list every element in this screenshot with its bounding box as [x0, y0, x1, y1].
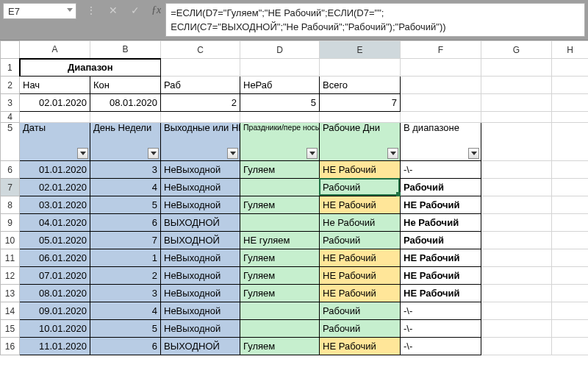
cell-C15[interactable]: НеВыходной — [161, 320, 240, 338]
row-header[interactable]: 2 — [1, 77, 20, 94]
col-header-B[interactable]: B — [90, 41, 161, 59]
cell-C2[interactable]: Раб — [161, 77, 240, 94]
cell-G1[interactable] — [481, 59, 552, 77]
chevron-down-icon[interactable] — [67, 8, 73, 12]
row-header[interactable]: 9 — [1, 214, 20, 232]
cell-E2[interactable]: Всего — [320, 77, 401, 94]
cell-B12[interactable]: 2 — [90, 267, 161, 285]
cell-D10[interactable]: НЕ гуляем — [240, 232, 320, 249]
cell-H11[interactable] — [552, 249, 589, 267]
cell-A13[interactable]: 08.01.2020 — [20, 285, 90, 302]
cell-B3[interactable]: 08.01.2020 — [90, 94, 161, 112]
cell-F11[interactable]: НЕ Рабочий — [401, 249, 481, 267]
cell-E15[interactable]: Рабочий — [320, 320, 401, 338]
cell-H16[interactable] — [552, 338, 589, 355]
cell-G16[interactable] — [481, 338, 552, 355]
cell-A8[interactable]: 03.01.2020 — [20, 196, 90, 214]
cell-C3[interactable]: 2 — [161, 94, 240, 112]
cell-F9[interactable]: Не Рабочий — [401, 214, 481, 232]
cell-A7[interactable]: 02.01.2020 — [20, 179, 90, 196]
cell-D11[interactable]: Гуляем — [240, 249, 320, 267]
cell-C13[interactable]: НеВыходной — [161, 285, 240, 302]
cell-A2[interactable]: Нач — [20, 77, 90, 94]
select-all-corner[interactable] — [1, 41, 20, 59]
cell-C4[interactable] — [161, 112, 240, 123]
cell-A1[interactable]: Диапазон — [20, 59, 161, 77]
formula-input[interactable]: =ЕСЛИ(D7="Гуляем";"НЕ Рабочий";ЕСЛИ(D7="… — [165, 3, 585, 37]
cell-B10[interactable]: 7 — [90, 232, 161, 249]
cell-A6[interactable]: 01.01.2020 — [20, 161, 90, 179]
cell-G3[interactable] — [481, 94, 552, 112]
cell-B5[interactable]: День Недели — [90, 123, 161, 161]
filter-icon[interactable] — [77, 148, 88, 159]
col-header-D[interactable]: D — [240, 41, 320, 59]
cell-F6[interactable]: -\- — [401, 161, 481, 179]
cell-A14[interactable]: 09.01.2020 — [20, 302, 90, 320]
cell-D15[interactable] — [240, 320, 320, 338]
cell-G15[interactable] — [481, 320, 552, 338]
filter-icon[interactable] — [387, 148, 398, 159]
accept-icon[interactable]: ✓ — [128, 3, 143, 18]
cell-B2[interactable]: Кон — [90, 77, 161, 94]
cell-C6[interactable]: НеВыходной — [161, 161, 240, 179]
cell-F13[interactable]: НЕ Рабочий — [401, 285, 481, 302]
cell-H8[interactable] — [552, 196, 589, 214]
filter-icon[interactable] — [306, 148, 318, 159]
cell-F4[interactable] — [401, 112, 481, 123]
cell-G12[interactable] — [481, 267, 552, 285]
cell-F7[interactable]: Рабочий — [401, 179, 481, 196]
cell-A9[interactable]: 04.01.2020 — [20, 214, 90, 232]
cell-F10[interactable]: Рабочий — [401, 232, 481, 249]
cell-A4[interactable] — [20, 112, 90, 123]
cell-D6[interactable]: Гуляем — [240, 161, 320, 179]
cell-E11[interactable]: НЕ Рабочий — [320, 249, 401, 267]
cell-C14[interactable]: НеВыходной — [161, 302, 240, 320]
cell-H3[interactable] — [552, 94, 589, 112]
filter-icon[interactable] — [468, 148, 479, 159]
cell-H12[interactable] — [552, 267, 589, 285]
cell-F1[interactable] — [401, 59, 481, 77]
col-header-A[interactable]: A — [20, 41, 90, 59]
cell-E3[interactable]: 7 — [320, 94, 401, 112]
cell-H1[interactable] — [552, 59, 589, 77]
cell-H2[interactable] — [552, 77, 589, 94]
cell-B13[interactable]: 3 — [90, 285, 161, 302]
cell-H14[interactable] — [552, 302, 589, 320]
cell-H10[interactable] — [552, 232, 589, 249]
row-header[interactable]: 5 — [1, 123, 20, 161]
cell-D3[interactable]: 5 — [240, 94, 320, 112]
cell-B4[interactable] — [90, 112, 161, 123]
row-header[interactable]: 11 — [1, 249, 20, 267]
fx-icon[interactable]: ƒx — [150, 0, 165, 16]
cell-E10[interactable]: Рабочий — [320, 232, 401, 249]
cell-F2[interactable] — [401, 77, 481, 94]
cell-E14[interactable]: Рабочий — [320, 302, 401, 320]
cell-E4[interactable] — [320, 112, 401, 123]
cell-C8[interactable]: НеВыходной — [161, 196, 240, 214]
cell-G2[interactable] — [481, 77, 552, 94]
row-header[interactable]: 13 — [1, 285, 20, 302]
cell-E7[interactable]: Рабочий — [320, 179, 401, 196]
cell-H5[interactable] — [552, 123, 589, 161]
cell-A16[interactable]: 11.01.2020 — [20, 338, 90, 355]
cell-A12[interactable]: 07.01.2020 — [20, 267, 90, 285]
name-box[interactable]: E7 — [3, 3, 76, 19]
cell-F3[interactable] — [401, 94, 481, 112]
cancel-icon[interactable]: ✕ — [106, 3, 121, 18]
row-header[interactable]: 12 — [1, 267, 20, 285]
cell-F8[interactable]: НЕ Рабочий — [401, 196, 481, 214]
filter-icon[interactable] — [148, 148, 159, 159]
col-header-F[interactable]: F — [401, 41, 481, 59]
row-header[interactable]: 15 — [1, 320, 20, 338]
cell-C10[interactable]: ВЫХОДНОЙ — [161, 232, 240, 249]
cell-A15[interactable]: 10.01.2020 — [20, 320, 90, 338]
row-header[interactable]: 3 — [1, 94, 20, 112]
cell-H15[interactable] — [552, 320, 589, 338]
cell-G9[interactable] — [481, 214, 552, 232]
cell-G6[interactable] — [481, 161, 552, 179]
cell-B7[interactable]: 4 — [90, 179, 161, 196]
cell-D12[interactable]: Гуляем — [240, 267, 320, 285]
cell-D8[interactable]: Гуляем — [240, 196, 320, 214]
cell-F14[interactable]: -\- — [401, 302, 481, 320]
spreadsheet-grid[interactable]: A B C D E F G H 1 Диапазон 2 Нач Кон Раб… — [0, 40, 588, 373]
